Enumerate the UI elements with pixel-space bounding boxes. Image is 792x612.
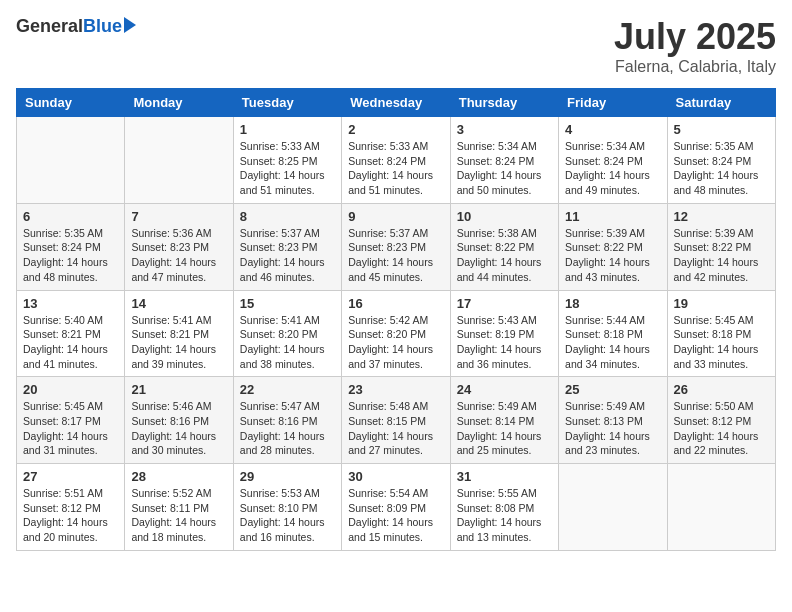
table-row xyxy=(17,117,125,204)
table-row: 22Sunrise: 5:47 AMSunset: 8:16 PMDayligh… xyxy=(233,377,341,464)
day-number: 29 xyxy=(240,469,335,484)
day-number: 15 xyxy=(240,296,335,311)
day-info: Sunrise: 5:45 AMSunset: 8:18 PMDaylight:… xyxy=(674,313,769,372)
day-info: Sunrise: 5:45 AMSunset: 8:17 PMDaylight:… xyxy=(23,399,118,458)
day-number: 6 xyxy=(23,209,118,224)
header-wednesday: Wednesday xyxy=(342,89,450,117)
day-info: Sunrise: 5:48 AMSunset: 8:15 PMDaylight:… xyxy=(348,399,443,458)
calendar-week-row: 13Sunrise: 5:40 AMSunset: 8:21 PMDayligh… xyxy=(17,290,776,377)
logo: General Blue xyxy=(16,16,136,37)
table-row: 27Sunrise: 5:51 AMSunset: 8:12 PMDayligh… xyxy=(17,464,125,551)
table-row: 2Sunrise: 5:33 AMSunset: 8:24 PMDaylight… xyxy=(342,117,450,204)
table-row: 26Sunrise: 5:50 AMSunset: 8:12 PMDayligh… xyxy=(667,377,775,464)
day-number: 20 xyxy=(23,382,118,397)
day-number: 8 xyxy=(240,209,335,224)
day-info: Sunrise: 5:39 AMSunset: 8:22 PMDaylight:… xyxy=(565,226,660,285)
table-row: 3Sunrise: 5:34 AMSunset: 8:24 PMDaylight… xyxy=(450,117,558,204)
header-sunday: Sunday xyxy=(17,89,125,117)
day-number: 9 xyxy=(348,209,443,224)
day-number: 11 xyxy=(565,209,660,224)
day-info: Sunrise: 5:42 AMSunset: 8:20 PMDaylight:… xyxy=(348,313,443,372)
day-number: 25 xyxy=(565,382,660,397)
logo-arrow-icon xyxy=(124,17,136,33)
table-row: 21Sunrise: 5:46 AMSunset: 8:16 PMDayligh… xyxy=(125,377,233,464)
day-number: 3 xyxy=(457,122,552,137)
day-number: 17 xyxy=(457,296,552,311)
table-row: 5Sunrise: 5:35 AMSunset: 8:24 PMDaylight… xyxy=(667,117,775,204)
day-info: Sunrise: 5:38 AMSunset: 8:22 PMDaylight:… xyxy=(457,226,552,285)
table-row xyxy=(559,464,667,551)
table-row: 31Sunrise: 5:55 AMSunset: 8:08 PMDayligh… xyxy=(450,464,558,551)
day-number: 27 xyxy=(23,469,118,484)
day-number: 19 xyxy=(674,296,769,311)
header-monday: Monday xyxy=(125,89,233,117)
day-number: 12 xyxy=(674,209,769,224)
day-number: 7 xyxy=(131,209,226,224)
table-row xyxy=(125,117,233,204)
calendar-week-row: 27Sunrise: 5:51 AMSunset: 8:12 PMDayligh… xyxy=(17,464,776,551)
table-row: 7Sunrise: 5:36 AMSunset: 8:23 PMDaylight… xyxy=(125,203,233,290)
day-info: Sunrise: 5:35 AMSunset: 8:24 PMDaylight:… xyxy=(23,226,118,285)
calendar-week-row: 20Sunrise: 5:45 AMSunset: 8:17 PMDayligh… xyxy=(17,377,776,464)
day-number: 26 xyxy=(674,382,769,397)
header-saturday: Saturday xyxy=(667,89,775,117)
logo-blue-text: Blue xyxy=(83,16,122,37)
day-info: Sunrise: 5:33 AMSunset: 8:25 PMDaylight:… xyxy=(240,139,335,198)
table-row: 15Sunrise: 5:41 AMSunset: 8:20 PMDayligh… xyxy=(233,290,341,377)
day-number: 2 xyxy=(348,122,443,137)
day-info: Sunrise: 5:46 AMSunset: 8:16 PMDaylight:… xyxy=(131,399,226,458)
day-info: Sunrise: 5:53 AMSunset: 8:10 PMDaylight:… xyxy=(240,486,335,545)
day-number: 31 xyxy=(457,469,552,484)
day-info: Sunrise: 5:55 AMSunset: 8:08 PMDaylight:… xyxy=(457,486,552,545)
calendar-header-row: Sunday Monday Tuesday Wednesday Thursday… xyxy=(17,89,776,117)
day-number: 5 xyxy=(674,122,769,137)
day-info: Sunrise: 5:37 AMSunset: 8:23 PMDaylight:… xyxy=(348,226,443,285)
logo-general-text: General xyxy=(16,16,83,37)
day-info: Sunrise: 5:49 AMSunset: 8:14 PMDaylight:… xyxy=(457,399,552,458)
header-thursday: Thursday xyxy=(450,89,558,117)
table-row: 28Sunrise: 5:52 AMSunset: 8:11 PMDayligh… xyxy=(125,464,233,551)
calendar-week-row: 6Sunrise: 5:35 AMSunset: 8:24 PMDaylight… xyxy=(17,203,776,290)
day-info: Sunrise: 5:54 AMSunset: 8:09 PMDaylight:… xyxy=(348,486,443,545)
day-number: 14 xyxy=(131,296,226,311)
day-number: 24 xyxy=(457,382,552,397)
table-row: 4Sunrise: 5:34 AMSunset: 8:24 PMDaylight… xyxy=(559,117,667,204)
day-info: Sunrise: 5:35 AMSunset: 8:24 PMDaylight:… xyxy=(674,139,769,198)
day-number: 13 xyxy=(23,296,118,311)
month-title: July 2025 xyxy=(614,16,776,58)
day-info: Sunrise: 5:52 AMSunset: 8:11 PMDaylight:… xyxy=(131,486,226,545)
table-row: 1Sunrise: 5:33 AMSunset: 8:25 PMDaylight… xyxy=(233,117,341,204)
day-info: Sunrise: 5:33 AMSunset: 8:24 PMDaylight:… xyxy=(348,139,443,198)
day-info: Sunrise: 5:34 AMSunset: 8:24 PMDaylight:… xyxy=(565,139,660,198)
table-row: 17Sunrise: 5:43 AMSunset: 8:19 PMDayligh… xyxy=(450,290,558,377)
day-number: 30 xyxy=(348,469,443,484)
page-header: General Blue July 2025 Falerna, Calabria… xyxy=(16,16,776,76)
day-info: Sunrise: 5:47 AMSunset: 8:16 PMDaylight:… xyxy=(240,399,335,458)
day-info: Sunrise: 5:51 AMSunset: 8:12 PMDaylight:… xyxy=(23,486,118,545)
day-info: Sunrise: 5:39 AMSunset: 8:22 PMDaylight:… xyxy=(674,226,769,285)
day-info: Sunrise: 5:41 AMSunset: 8:21 PMDaylight:… xyxy=(131,313,226,372)
day-info: Sunrise: 5:36 AMSunset: 8:23 PMDaylight:… xyxy=(131,226,226,285)
table-row: 16Sunrise: 5:42 AMSunset: 8:20 PMDayligh… xyxy=(342,290,450,377)
title-block: July 2025 Falerna, Calabria, Italy xyxy=(614,16,776,76)
table-row: 25Sunrise: 5:49 AMSunset: 8:13 PMDayligh… xyxy=(559,377,667,464)
table-row: 19Sunrise: 5:45 AMSunset: 8:18 PMDayligh… xyxy=(667,290,775,377)
day-info: Sunrise: 5:50 AMSunset: 8:12 PMDaylight:… xyxy=(674,399,769,458)
day-info: Sunrise: 5:40 AMSunset: 8:21 PMDaylight:… xyxy=(23,313,118,372)
day-number: 21 xyxy=(131,382,226,397)
table-row: 13Sunrise: 5:40 AMSunset: 8:21 PMDayligh… xyxy=(17,290,125,377)
day-number: 1 xyxy=(240,122,335,137)
table-row: 20Sunrise: 5:45 AMSunset: 8:17 PMDayligh… xyxy=(17,377,125,464)
calendar-week-row: 1Sunrise: 5:33 AMSunset: 8:25 PMDaylight… xyxy=(17,117,776,204)
day-number: 23 xyxy=(348,382,443,397)
day-number: 18 xyxy=(565,296,660,311)
table-row: 23Sunrise: 5:48 AMSunset: 8:15 PMDayligh… xyxy=(342,377,450,464)
day-number: 28 xyxy=(131,469,226,484)
day-number: 16 xyxy=(348,296,443,311)
table-row: 6Sunrise: 5:35 AMSunset: 8:24 PMDaylight… xyxy=(17,203,125,290)
calendar-table: Sunday Monday Tuesday Wednesday Thursday… xyxy=(16,88,776,551)
day-number: 4 xyxy=(565,122,660,137)
day-number: 10 xyxy=(457,209,552,224)
header-friday: Friday xyxy=(559,89,667,117)
day-info: Sunrise: 5:41 AMSunset: 8:20 PMDaylight:… xyxy=(240,313,335,372)
